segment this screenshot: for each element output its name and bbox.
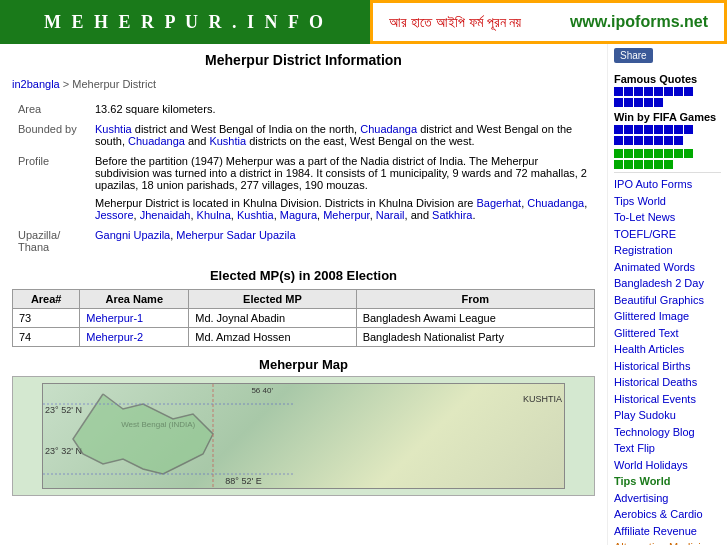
sidebar-divider1: [614, 172, 721, 173]
profile-para2: Meherpur District is located in Khulna D…: [95, 197, 589, 221]
pixel: [644, 160, 653, 169]
sidebar-link[interactable]: Historical Deaths: [614, 374, 721, 391]
bounded-label: Bounded by: [14, 120, 89, 150]
pixel: [654, 125, 663, 134]
pixel: [634, 136, 643, 145]
bounded-value: Kushtia district and West Bengal of Indi…: [91, 120, 593, 150]
sidebar-link[interactable]: Beautiful Graphics: [614, 292, 721, 309]
breadcrumb-current: Meherpur District: [72, 78, 156, 90]
sidebar-link[interactable]: Play Sudoku: [614, 407, 721, 424]
jhenaidah-link[interactable]: Jhenaidah: [140, 209, 191, 221]
kushtia-link3[interactable]: Kushtia: [237, 209, 274, 221]
main-layout: Meherpur District Information in2bangla …: [0, 44, 727, 545]
satkhira-link[interactable]: Satkhira: [432, 209, 472, 221]
breadcrumb-link[interactable]: in2bangla: [12, 78, 60, 90]
profile-row: Profile Before the partition (1947) Mehe…: [14, 152, 593, 224]
sidebar-link[interactable]: Affiliate Revenue: [614, 523, 721, 540]
sidebar-link[interactable]: Technology Blog: [614, 424, 721, 441]
meherpur-sadar-link[interactable]: Meherpur Sadar Upazila: [176, 229, 295, 241]
bangla-text: আর হাতে আইপি ফর্ম পূরন নয়: [389, 14, 521, 31]
pixel: [674, 136, 683, 145]
pixel: [634, 98, 643, 107]
jessore-link[interactable]: Jessore: [95, 209, 134, 221]
mp-area-name-2: Meherpur-2: [80, 328, 189, 347]
mp-area-name-1: Meherpur-1: [80, 309, 189, 328]
sidebar-link[interactable]: Glittered Text: [614, 325, 721, 342]
sidebar-link[interactable]: Historical Events: [614, 391, 721, 408]
pixel: [674, 125, 683, 134]
sidebar-link[interactable]: Animated Words: [614, 259, 721, 276]
meherpur-link[interactable]: Meherpur: [323, 209, 369, 221]
col-area-name: Area Name: [80, 290, 189, 309]
area-row: Area 13.62 square kilometers.: [14, 100, 593, 118]
chuadanga-link1[interactable]: Chuadanga: [360, 123, 417, 135]
pixel: [614, 87, 623, 96]
col-from: From: [356, 290, 594, 309]
pixel: [614, 149, 623, 158]
sidebar-link[interactable]: Glittered Image: [614, 308, 721, 325]
sidebar-link[interactable]: World Holidays: [614, 457, 721, 474]
pixel: [624, 160, 633, 169]
pixel: [674, 149, 683, 158]
pixel: [644, 98, 653, 107]
magura-link[interactable]: Magura: [280, 209, 317, 221]
ipoforms-link[interactable]: www.ipoforms.net: [570, 13, 708, 31]
meherpur2-link[interactable]: Meherpur-2: [86, 331, 143, 343]
share-section: Share: [614, 48, 721, 69]
kushtia-link1[interactable]: Kushtia: [95, 123, 132, 135]
mp-party-2: Bangladesh Nationalist Party: [356, 328, 594, 347]
pixel: [644, 87, 653, 96]
pixel: [654, 160, 663, 169]
mp-name-1: Md. Joynal Abadin: [189, 309, 356, 328]
bagerhat-link[interactable]: Bagerhat: [476, 197, 521, 209]
meherpur1-link[interactable]: Meherpur-1: [86, 312, 143, 324]
pixel: [674, 87, 683, 96]
sidebar-link[interactable]: To-Let News: [614, 209, 721, 226]
pixel: [624, 149, 633, 158]
profile-label: Profile: [14, 152, 89, 224]
narail-link[interactable]: Narail: [376, 209, 405, 221]
sidebar-link[interactable]: Advertising: [614, 490, 721, 507]
pixel: [614, 136, 623, 145]
pixel: [664, 149, 673, 158]
sidebar-link[interactable]: Text Flip: [614, 440, 721, 457]
pixel: [654, 149, 663, 158]
sidebar-link[interactable]: TOEFL/GRE Registration: [614, 226, 721, 259]
pixel: [624, 87, 633, 96]
pixel: [614, 98, 623, 107]
bounded-row: Bounded by Kushtia district and West Ben…: [14, 120, 593, 150]
sidebar-link[interactable]: Alternative Medicine: [614, 539, 721, 545]
sidebar-link[interactable]: Tips World: [614, 473, 721, 490]
sidebar-link[interactable]: Historical Births: [614, 358, 721, 375]
sidebar-link[interactable]: Bangladesh 2 Day: [614, 275, 721, 292]
mp-area-74: 74: [13, 328, 80, 347]
famous-quotes-pixels2: [614, 98, 721, 107]
chuadanga-link2[interactable]: Chuadanga: [128, 135, 185, 147]
famous-quotes-pixels: [614, 87, 721, 96]
map-container: 56 40' KUSHTIA 23° 52' N 23° 32' N West …: [12, 376, 595, 496]
map-title: Meherpur Map: [12, 357, 595, 372]
sidebar-link[interactable]: Health Articles: [614, 341, 721, 358]
map-svg: [43, 384, 564, 488]
mp-table: Area# Area Name Elected MP From 73 Meher…: [12, 289, 595, 347]
fifa-pixels2: [614, 136, 721, 145]
share-button[interactable]: Share: [614, 48, 653, 63]
gangni-link[interactable]: Gangni Upazila: [95, 229, 170, 241]
pixel: [634, 87, 643, 96]
site-name: M E H E R P U R . I N F O: [44, 12, 326, 33]
sidebar-link[interactable]: Tips World: [614, 193, 721, 210]
green-pixels2: [614, 160, 721, 169]
chuadanga-link3[interactable]: Chuadanga: [527, 197, 584, 209]
map-visual: 56 40' KUSHTIA 23° 52' N 23° 32' N West …: [42, 383, 565, 489]
breadcrumb: in2bangla > Meherpur District: [12, 78, 595, 90]
khulna-link[interactable]: Khulna: [197, 209, 231, 221]
fifa-pixels1: [614, 125, 721, 134]
sidebar-link-ipo[interactable]: IPO Auto Forms: [614, 176, 721, 193]
pixel: [664, 160, 673, 169]
upazilla-value: Gangni Upazila, Meherpur Sadar Upazila: [91, 226, 593, 256]
header: M E H E R P U R . I N F O আর হাতে আইপি ফ…: [0, 0, 727, 44]
sidebar-link[interactable]: Aerobics & Cardio: [614, 506, 721, 523]
col-area-num: Area#: [13, 290, 80, 309]
pixel: [654, 98, 663, 107]
kushtia-link2[interactable]: Kushtia: [209, 135, 246, 147]
